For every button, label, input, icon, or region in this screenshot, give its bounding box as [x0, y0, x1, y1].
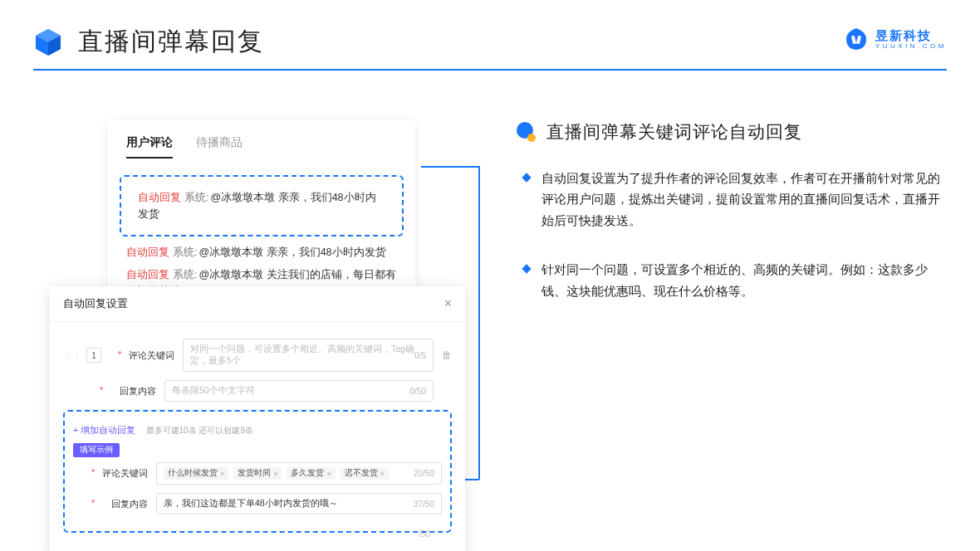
connector-line	[421, 166, 479, 168]
example-badge: 填写示例	[73, 443, 120, 457]
connector-line	[465, 479, 479, 480]
tag-chip: 迟不发货×	[341, 467, 389, 480]
keyword-input[interactable]: 对同一个问题，可设置多个相近、高频的关键词，Tag确定，最多5个 0/5	[183, 339, 434, 372]
cube-icon	[33, 27, 63, 57]
auto-reply-tag: 自动回复	[126, 269, 169, 280]
chat-bubble-icon	[515, 121, 537, 143]
brand-logo: 昱新科技 YUUXIN.COM	[844, 27, 947, 51]
bullet-text: 自动回复设置为了提升作者的评论回复效率，作者可在开播前针对常见的评论用户问题，提…	[541, 168, 947, 232]
bullet-icon	[522, 173, 531, 182]
tab-pending-goods[interactable]: 待播商品	[196, 135, 243, 158]
add-auto-reply-link[interactable]: + 增加自动回复	[73, 425, 135, 435]
highlighted-comment: 自动回复系统:@冰墩墩本墩 亲亲，我们48小时内发货	[120, 175, 404, 236]
remove-tag-icon[interactable]: ×	[220, 470, 224, 478]
brand-icon	[844, 27, 869, 51]
auto-reply-tag: 自动回复	[138, 192, 181, 203]
example-highlight: + 增加自动回复 最多可建10条 还可以创建9条 填写示例 评论关键词 什么时候…	[63, 410, 452, 533]
bullet-icon	[522, 264, 531, 273]
remove-tag-icon[interactable]: ×	[326, 470, 331, 478]
count-suffix: /50	[63, 529, 452, 539]
content-input[interactable]: 每条限50个中文字符 0/50	[164, 380, 434, 402]
brand-name-en: YUUXIN.COM	[875, 43, 947, 50]
connector-line	[478, 166, 480, 480]
add-hint: 最多可建10条 还可以创建9条	[146, 426, 253, 435]
page-title: 直播间弹幕回复	[78, 25, 264, 59]
delete-icon[interactable]: 🗑	[442, 349, 452, 361]
example-content-label: 回复内容	[98, 498, 148, 510]
auto-reply-settings-modal: 自动回复设置 × ⋮⋮ 1 评论关键词 对同一个问题，可设置多个相近、高频的关键…	[50, 286, 465, 551]
modal-title: 自动回复设置	[63, 296, 128, 311]
bullet-text: 针对同一个问题，可设置多个相近的、高频的关键词。例如：这款多少钱、这块能优惠吗、…	[541, 260, 947, 302]
keyword-label: 评论关键词	[125, 349, 174, 362]
tag-chip: 多久发货×	[287, 467, 335, 480]
drag-handle-icon[interactable]: ⋮⋮	[63, 350, 81, 361]
tab-user-comments[interactable]: 用户评论	[126, 135, 173, 158]
close-icon[interactable]: ×	[444, 296, 452, 311]
example-keyword-input[interactable]: 什么时候发货× 发货时间× 多久发货× 迟不发货× 20/50	[156, 462, 442, 485]
example-content-input[interactable]: 亲，我们这边都是下单48小时内发货的哦～ 37/50	[156, 493, 442, 514]
remove-tag-icon[interactable]: ×	[273, 470, 277, 478]
example-keyword-label: 评论关键词	[98, 467, 148, 480]
remove-tag-icon[interactable]: ×	[380, 470, 385, 478]
tag-chip: 发货时间×	[233, 467, 282, 480]
brand-name-cn: 昱新科技	[875, 29, 947, 41]
tag-chip: 什么时候发货×	[164, 467, 228, 480]
content-label: 回复内容	[106, 385, 156, 397]
svg-point-6	[527, 134, 536, 142]
auto-reply-tag: 自动回复	[126, 246, 169, 258]
section-title: 直播间弹幕关键词评论自动回复	[546, 120, 802, 144]
row-number: 1	[86, 348, 101, 363]
